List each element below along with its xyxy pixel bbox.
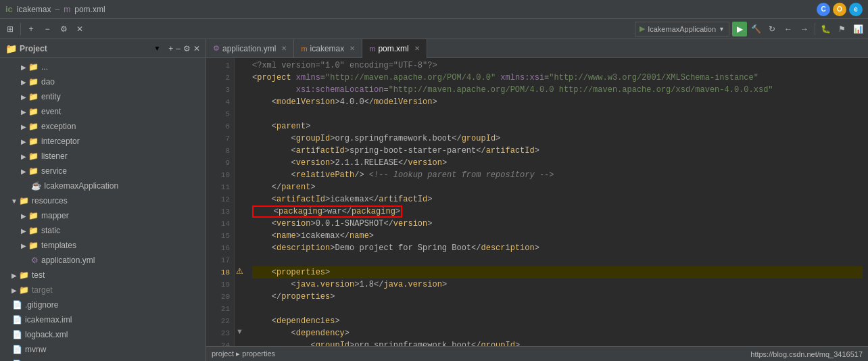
- sidebar-item-entity[interactable]: ▶ 📁 entity: [0, 89, 206, 104]
- sidebar-add-icon[interactable]: +: [168, 44, 173, 53]
- sidebar-item-iml[interactable]: 📄 icakemax.iml: [0, 312, 206, 327]
- folder-icon: 📁: [28, 107, 39, 116]
- sidebar-item-mapper[interactable]: ▶ 📁 mapper: [0, 208, 206, 223]
- tab-java-icon: m: [301, 45, 307, 53]
- back-btn[interactable]: ←: [781, 22, 796, 37]
- debug-btn[interactable]: 🐛: [818, 22, 833, 37]
- tab-label: pom.xml: [378, 44, 408, 53]
- tab-icakemax[interactable]: m icakemax ✕: [294, 39, 362, 58]
- tab-application-yml[interactable]: ⚙ application.yml ✕: [206, 39, 294, 58]
- status-right: https://blog.csdn.net/mq_3416517: [750, 350, 863, 358]
- warning-icon-18: ⚠: [236, 266, 243, 276]
- coverage-btn[interactable]: ⚑: [834, 22, 849, 37]
- code-line-5: [252, 108, 863, 120]
- line-num-22: 22: [206, 315, 234, 327]
- close-btn[interactable]: ✕: [72, 22, 87, 37]
- collapse-btn[interactable]: −: [40, 22, 55, 37]
- yaml-icon: ⚙: [31, 256, 39, 265]
- line-num-5: 5: [206, 108, 234, 120]
- tabs-bar: ⚙ application.yml ✕ m icakemax ✕ m pom.x…: [206, 39, 868, 58]
- file-icon: 📄: [12, 315, 22, 324]
- folder-icon: 📁: [28, 166, 39, 176]
- run-btn[interactable]: ▶: [732, 22, 747, 37]
- project-view-btn[interactable]: ⊞: [3, 22, 18, 37]
- sidebar-item-target[interactable]: ▶ 📁 target: [0, 283, 206, 297]
- arrow-icon: ▶: [19, 153, 28, 160]
- code-line-17: [252, 254, 863, 266]
- editor-content[interactable]: 1 2 3 4 5 6 7 8 9 10 11 12 13 14 15 16 1: [206, 58, 868, 346]
- forward-btn[interactable]: →: [797, 22, 812, 37]
- tab-close-java[interactable]: ✕: [349, 45, 355, 52]
- item-label: entity: [41, 92, 61, 101]
- item-label: service: [41, 166, 67, 176]
- sidebar-item-static[interactable]: ▶ 📁 static: [0, 223, 206, 238]
- run-config-arrow: ▼: [719, 26, 725, 32]
- run-icon: ▶: [737, 24, 743, 34]
- item-label: mapper: [41, 211, 69, 220]
- sidebar-dropdown-icon[interactable]: ▼: [153, 45, 160, 52]
- code-line-11: </parent>: [252, 181, 863, 193]
- orange-icon[interactable]: O: [833, 3, 846, 16]
- packaging-highlight: <packaging>war</packaging>: [252, 206, 402, 218]
- profile-btn[interactable]: 📊: [850, 22, 865, 37]
- build-btn[interactable]: 🔨: [748, 22, 763, 37]
- run-config[interactable]: ▶ IcakemaxApplication ▼: [635, 22, 729, 37]
- sidebar-item-templates[interactable]: ▶ 📁 templates: [0, 238, 206, 253]
- line-num-2: 2: [206, 72, 234, 84]
- sidebar-collapse-icon[interactable]: –: [176, 44, 180, 53]
- add-btn[interactable]: +: [24, 22, 39, 37]
- line-num-11: 11: [206, 181, 234, 193]
- top-bar: ic icakemax – m pom.xml C O e: [0, 0, 868, 19]
- sidebar-item-service[interactable]: ▶ 📁 service: [0, 164, 206, 178]
- chrome-icon[interactable]: C: [817, 3, 830, 16]
- line-num-1: 1: [206, 59, 234, 72]
- line-num-3: 3: [206, 84, 234, 96]
- browser-icons: C O e: [817, 3, 863, 16]
- sidebar-close-icon[interactable]: ✕: [193, 44, 200, 53]
- fold-icon-23[interactable]: ▼: [236, 327, 243, 335]
- sidebar-item-exception[interactable]: ▶ 📁 exception: [0, 119, 206, 134]
- arrow-icon: ▶: [19, 93, 28, 101]
- status-bar: project ▸ properties https://blog.csdn.n…: [206, 346, 868, 361]
- sidebar-item-mvnw-cmd[interactable]: 📄 mvnw.cmd: [0, 357, 206, 361]
- sidebar: 📁 Project ▼ + – ⚙ ✕ ▶ 📁 ... ▶ 📁 dao ▶ 📁: [0, 39, 206, 361]
- sidebar-item-resources[interactable]: ▼ 📁 resources: [0, 193, 206, 208]
- sidebar-item-mvnw[interactable]: 📄 mvnw: [0, 342, 206, 357]
- sidebar-item-event[interactable]: ▶ 📁 event: [0, 104, 206, 119]
- line-numbers: 1 2 3 4 5 6 7 8 9 10 11 12 13 14 15 16 1: [206, 58, 235, 346]
- sidebar-item-collapsed-top[interactable]: ▶ 📁 ...: [0, 59, 206, 74]
- reload-btn[interactable]: ↻: [765, 22, 779, 37]
- app-title: icakemax: [17, 5, 51, 14]
- code-line-1: <?xml version="1.0" encoding="UTF-8"?>: [252, 59, 863, 72]
- folder-icon: 📁: [28, 211, 39, 220]
- code-line-8: <artifactId>spring-boot-starter-parent</…: [252, 145, 863, 157]
- settings-btn[interactable]: ⚙: [56, 22, 71, 37]
- sidebar-item-interceptor[interactable]: ▶ 📁 interceptor: [0, 134, 206, 149]
- ie-icon[interactable]: e: [849, 3, 863, 16]
- xml-icon: 📄: [12, 330, 22, 339]
- tab-label: application.yml: [222, 44, 276, 53]
- run-config-label: IcakemaxApplication: [648, 25, 716, 33]
- sidebar-item-test[interactable]: ▶ 📁 test: [0, 268, 206, 283]
- code-line-3: xsi:schemaLocation="http://maven.apache.…: [252, 84, 863, 96]
- file-icon: 📄: [12, 345, 22, 354]
- item-label: application.yml: [41, 256, 95, 265]
- item-label: .gitignore: [25, 300, 58, 310]
- tab-close-yaml[interactable]: ✕: [281, 45, 287, 52]
- item-label: listener: [41, 151, 68, 161]
- toolbar-sep-2: [815, 23, 815, 35]
- sidebar-item-dao[interactable]: ▶ 📁 dao: [0, 74, 206, 89]
- arrow-icon: ▶: [9, 272, 19, 279]
- folder-icon: 📁: [19, 270, 29, 280]
- sidebar-item-icakemax-app[interactable]: ▶ ☕ IcakemaxApplication: [0, 178, 206, 193]
- sidebar-settings-icon[interactable]: ⚙: [183, 44, 191, 53]
- sidebar-item-gitignore[interactable]: 📄 .gitignore: [0, 297, 206, 312]
- tab-close-pom[interactable]: ✕: [414, 45, 420, 52]
- code-editor[interactable]: <?xml version="1.0" encoding="UTF-8"?> <…: [247, 58, 868, 346]
- sidebar-item-listener[interactable]: ▶ 📁 listener: [0, 149, 206, 164]
- tab-pom[interactable]: m pom.xml ✕: [362, 39, 427, 58]
- sidebar-item-application-yml[interactable]: ▶ ⚙ application.yml: [0, 253, 206, 268]
- sidebar-item-logback[interactable]: 📄 logback.xml: [0, 327, 206, 342]
- code-line-18: <properties>: [252, 266, 863, 279]
- top-bar-icon: m: [64, 5, 70, 14]
